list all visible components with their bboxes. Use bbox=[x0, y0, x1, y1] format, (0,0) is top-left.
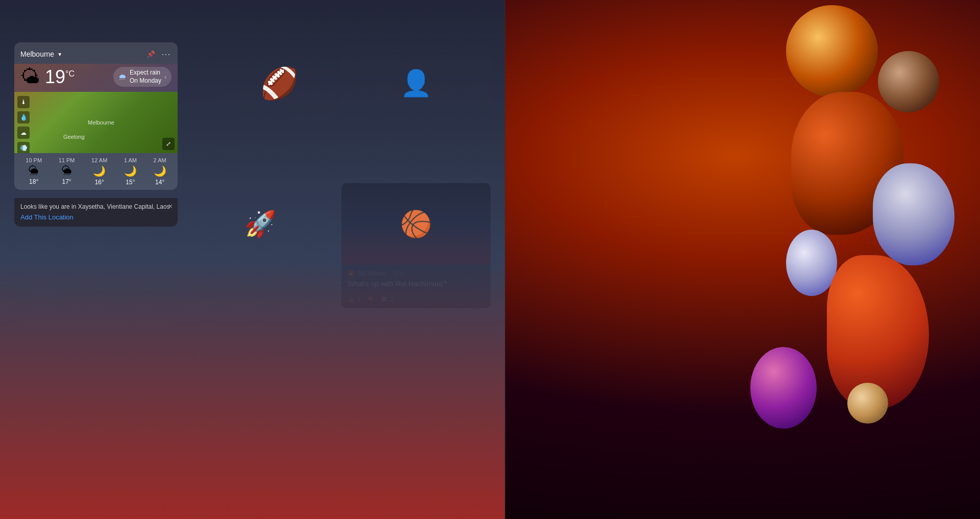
weather-condition-icon: 🌤 bbox=[20, 66, 40, 88]
tooltip-close-button[interactable]: × bbox=[168, 202, 173, 210]
news-grid: 🏈 5h Stafford makes Rams 💬 2 bbox=[186, 42, 491, 316]
news-card-basketball[interactable]: 🏀 ★ SB Nation · 17h What's up with Rui H… bbox=[341, 183, 491, 308]
hourly-item-3: 1 AM 🌙 15° bbox=[124, 157, 137, 186]
hourly-time-2: 12 AM bbox=[91, 157, 107, 163]
weather-more-button[interactable]: ⋯ bbox=[160, 47, 172, 61]
hourly-temp-2: 16° bbox=[95, 179, 104, 186]
news-feed: 🏈 5h Stafford makes Rams 💬 2 bbox=[186, 42, 491, 495]
weather-temperature: 19°C bbox=[45, 66, 75, 88]
location-chevron-icon: ▼ bbox=[57, 52, 62, 57]
map-label-melbourne: Melbourne bbox=[88, 119, 114, 126]
map-wind-icon[interactable]: 💨 bbox=[17, 142, 30, 153]
tooltip-text: Looks like you are in Xaysetha, Vientian… bbox=[20, 203, 172, 210]
weather-hourly: 10 PM 🌦 18° 11 PM 🌦 17° 12 AM 🌙 16° bbox=[14, 153, 178, 190]
hourly-temp-0: 18° bbox=[29, 178, 38, 185]
map-label-geelong: Geelong bbox=[63, 134, 85, 140]
news-image-basketball: 🏀 bbox=[341, 183, 491, 265]
map-expand-button[interactable]: ⤢ bbox=[162, 138, 175, 150]
hourly-icon-4: 🌙 bbox=[154, 165, 166, 177]
hourly-icon-1: 🌦 bbox=[62, 165, 72, 177]
hourly-item-1: 11 PM 🌦 17° bbox=[59, 157, 75, 186]
weather-header: Melbourne ▼ 📌 ⋯ bbox=[14, 42, 178, 64]
map-temperature-icon[interactable]: 🌡 bbox=[17, 96, 30, 108]
widgets-panel: December 22 Good afternoon ↻ ⤢ ⊕ 👤 Widge… bbox=[0, 0, 505, 519]
map-cloud-icon[interactable]: ☁ bbox=[17, 127, 30, 139]
hourly-time-0: 10 PM bbox=[26, 157, 42, 163]
hourly-icon-0: 🌦 bbox=[29, 165, 39, 177]
add-location-button[interactable]: Add This Location bbox=[20, 213, 74, 221]
rain-arrow-icon: › bbox=[164, 73, 166, 81]
location-tooltip: × Looks like you are in Xaysetha, Vienti… bbox=[14, 198, 178, 227]
hourly-icon-3: 🌙 bbox=[124, 165, 137, 177]
weather-widget: Melbourne ▼ 📌 ⋯ 🌤 19°C 🌧 bbox=[14, 42, 178, 190]
weather-header-icons: 📌 ⋯ bbox=[145, 47, 172, 61]
hourly-time-3: 1 AM bbox=[124, 157, 137, 163]
rain-icon: 🌧 bbox=[118, 72, 127, 82]
weather-main: 🌤 19°C 🌧 Expect rainOn Monday › bbox=[14, 64, 178, 92]
map-rain-icon[interactable]: 💧 bbox=[17, 111, 30, 123]
hourly-time-4: 2 AM bbox=[154, 157, 166, 163]
hourly-item-0: 10 PM 🌦 18° bbox=[26, 157, 42, 186]
weather-pin-button[interactable]: 📌 bbox=[145, 49, 156, 59]
hourly-temp-3: 15° bbox=[126, 179, 135, 186]
content-area: Melbourne ▼ 📌 ⋯ 🌤 19°C 🌧 bbox=[0, 42, 505, 495]
location-name: Melbourne bbox=[20, 50, 54, 58]
weather-rain-info[interactable]: 🌧 Expect rainOn Monday › bbox=[113, 67, 172, 87]
rain-text: Expect rainOn Monday bbox=[130, 69, 161, 85]
hourly-item-4: 2 AM 🌙 14° bbox=[154, 157, 166, 186]
weather-map: 🌡 💧 ☁ 💨 Melbourne Geelong ⤢ bbox=[14, 92, 178, 153]
hourly-icon-2: 🌙 bbox=[93, 165, 106, 177]
hourly-item-2: 12 AM 🌙 16° bbox=[91, 157, 107, 186]
hourly-temp-4: 14° bbox=[155, 179, 164, 186]
hourly-time-1: 11 PM bbox=[59, 157, 75, 163]
weather-location[interactable]: Melbourne ▼ bbox=[20, 50, 62, 58]
map-icon-group: 🌡 💧 ☁ 💨 bbox=[17, 96, 30, 153]
hourly-temp-1: 17° bbox=[62, 178, 71, 185]
